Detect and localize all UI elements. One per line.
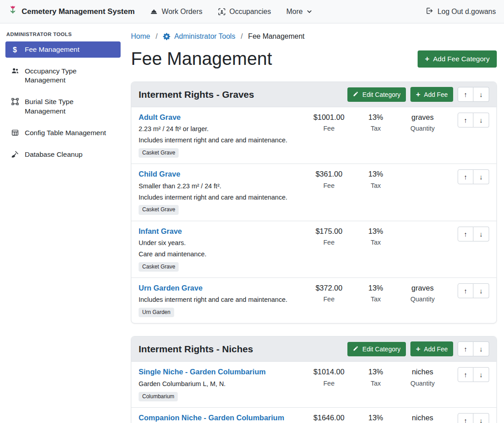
- edit-category-button[interactable]: Edit Category: [347, 342, 406, 356]
- add-fee-category-button[interactable]: + Add Fee Category: [418, 50, 497, 68]
- nav-more[interactable]: More: [286, 8, 312, 16]
- fee-description: 2.23 m² / 24 ft² or larger.: [139, 125, 304, 133]
- breadcrumb-admin-tools-label: Administrator Tools: [174, 32, 235, 41]
- sidebar-item-label: Database Cleanup: [25, 150, 82, 159]
- edit-category-button[interactable]: Edit Category: [347, 87, 406, 102]
- fee-amount-label: Fee: [304, 182, 354, 189]
- breadcrumb-admin-tools-link[interactable]: Administrator Tools: [163, 32, 235, 41]
- fee-amount-label: Fee: [304, 380, 354, 387]
- fee-type-badge: Urn Garden: [139, 308, 174, 317]
- tax-label: Tax: [354, 296, 397, 303]
- move-category-down-button[interactable]: ↓: [473, 341, 489, 356]
- move-fee-up-button[interactable]: ↑: [458, 227, 473, 241]
- move-fee-up-button[interactable]: ↑: [458, 113, 473, 127]
- breadcrumb-home-link[interactable]: Home: [131, 32, 150, 41]
- broom-icon: [10, 150, 20, 159]
- fee-description: Under six years.: [139, 239, 304, 247]
- tax-cell: 13% Tax: [354, 227, 397, 246]
- move-fee-down-button[interactable]: ↓: [473, 227, 489, 241]
- fee-amount-cell: $372.00 Fee: [304, 283, 354, 303]
- app-title: Cemetery Management System: [22, 7, 135, 16]
- plus-icon: +: [425, 55, 429, 63]
- category-title: Interment Rights - Graves: [139, 89, 254, 100]
- fee-amount: $175.00: [304, 227, 354, 236]
- fee-amount: $1001.00: [304, 113, 354, 122]
- fee-amount: $372.00: [304, 283, 354, 293]
- tax-value: 13%: [354, 283, 397, 293]
- sidebar-item-label: Burial Site Type Management: [25, 97, 116, 115]
- add-fee-label: Add Fee: [424, 346, 448, 353]
- fee-description: Includes interment right and care and ma…: [139, 136, 304, 145]
- sidebar-item-config-table-management[interactable]: Config Table Management: [5, 125, 121, 141]
- nav-more-label: More: [286, 8, 302, 16]
- fee-amount-label: Fee: [304, 125, 354, 132]
- move-fee-up-button[interactable]: ↑: [458, 283, 473, 298]
- pencil-icon: [353, 91, 359, 98]
- fee-description: Care and maintenance.: [139, 250, 304, 259]
- category-header: Interment Rights - Niches Edit Category …: [131, 337, 496, 362]
- tax-label: Tax: [354, 182, 397, 189]
- tax-value: 13%: [354, 169, 397, 179]
- move-fee-down-button[interactable]: ↓: [473, 169, 489, 184]
- tax-cell: 13% Tax: [354, 113, 397, 132]
- nav-work-orders[interactable]: Work Orders: [150, 8, 202, 16]
- move-fee-down-button[interactable]: ↓: [473, 113, 489, 127]
- app-brand[interactable]: Cemetery Management System: [8, 5, 135, 18]
- fee-description: Smaller than 2.23 m² / 24 ft².: [139, 182, 304, 191]
- sidebar-item-label: Fee Management: [25, 45, 80, 54]
- tax-cell: 13% Tax: [354, 283, 397, 303]
- move-fee-up-button[interactable]: ↑: [458, 413, 473, 423]
- quantity-unit: niches: [397, 367, 448, 377]
- sidebar-item-occupancy-type-management[interactable]: Occupancy Type Management: [5, 63, 121, 88]
- fee-info: Infant Grave Under six years. Care and m…: [139, 227, 304, 272]
- quantity-cell: graves Quantity: [397, 113, 448, 132]
- fee-description: Includes interment right and care and ma…: [139, 296, 304, 304]
- sidebar-heading: ADMINISTRATOR TOOLS: [0, 28, 126, 41]
- fee-amount-cell: $1001.00 Fee: [304, 113, 354, 132]
- fee-name-link[interactable]: Infant Grave: [139, 227, 182, 235]
- person-viewfinder-icon: [218, 8, 226, 16]
- tax-label: Tax: [354, 380, 397, 387]
- fee-name-link[interactable]: Adult Grave: [139, 113, 181, 121]
- add-fee-button[interactable]: + Add Fee: [410, 87, 453, 102]
- nav-occupancies[interactable]: Occupancies: [218, 8, 271, 16]
- category-actions: Edit Category + Add Fee ↑ ↓: [347, 87, 489, 102]
- fee-name-link[interactable]: Urn Garden Grave: [139, 284, 202, 292]
- fee-name-link[interactable]: Companion Niche - Garden Columbarium: [139, 414, 284, 422]
- sidebar-item-burial-site-type-management[interactable]: Burial Site Type Management: [5, 94, 121, 119]
- move-fee-up-button[interactable]: ↑: [458, 367, 473, 382]
- fee-info: Companion Niche - Garden Columbarium Gar…: [139, 413, 304, 423]
- fee-amount: $361.00: [304, 169, 354, 179]
- tax-cell: 13% Tax: [354, 367, 397, 387]
- fee-row-single-niche: Single Niche - Garden Columbarium Garden…: [131, 362, 496, 407]
- sidebar-item-database-cleanup[interactable]: Database Cleanup: [5, 146, 121, 163]
- logout-button[interactable]: Log Out d.gowans: [425, 7, 496, 17]
- quantity-unit: niches: [397, 413, 448, 423]
- breadcrumb: Home / Administrator Tools / Fee Managem…: [131, 32, 497, 41]
- breadcrumb-current: Fee Management: [248, 32, 304, 41]
- add-fee-button[interactable]: + Add Fee: [410, 341, 453, 356]
- fee-row-companion-niche: Companion Niche - Garden Columbarium Gar…: [131, 407, 496, 423]
- category-actions: Edit Category + Add Fee ↑ ↓: [347, 341, 489, 356]
- move-fee-up-button[interactable]: ↑: [458, 169, 473, 184]
- quantity-label: Quantity: [397, 125, 448, 132]
- quantity-cell: graves Quantity: [397, 283, 448, 303]
- fee-name-link[interactable]: Child Grave: [139, 170, 180, 178]
- tax-value: 13%: [354, 113, 397, 122]
- sidebar-item-fee-management[interactable]: $ Fee Management: [5, 41, 121, 58]
- plus-icon: +: [416, 91, 420, 98]
- quantity-label: Quantity: [397, 296, 448, 303]
- fee-name-link[interactable]: Single Niche - Garden Columbarium: [139, 368, 266, 376]
- move-fee-down-button[interactable]: ↓: [473, 367, 489, 382]
- move-fee-down-button[interactable]: ↓: [473, 283, 489, 298]
- move-category-up-button[interactable]: ↑: [458, 341, 473, 356]
- top-navbar: Cemetery Management System Work Orders: [0, 0, 504, 23]
- sidebar: ADMINISTRATOR TOOLS $ Fee Management Occ…: [0, 23, 126, 423]
- move-category-up-button[interactable]: ↑: [458, 87, 473, 102]
- move-category-down-button[interactable]: ↓: [473, 87, 489, 102]
- plus-icon: +: [416, 345, 420, 353]
- fee-description: Garden Columbarium L, M, N.: [139, 380, 304, 388]
- fee-reorder-controls: ↑ ↓: [448, 169, 489, 184]
- fee-info: Urn Garden Grave Includes interment righ…: [139, 283, 304, 317]
- move-fee-down-button[interactable]: ↓: [473, 413, 489, 423]
